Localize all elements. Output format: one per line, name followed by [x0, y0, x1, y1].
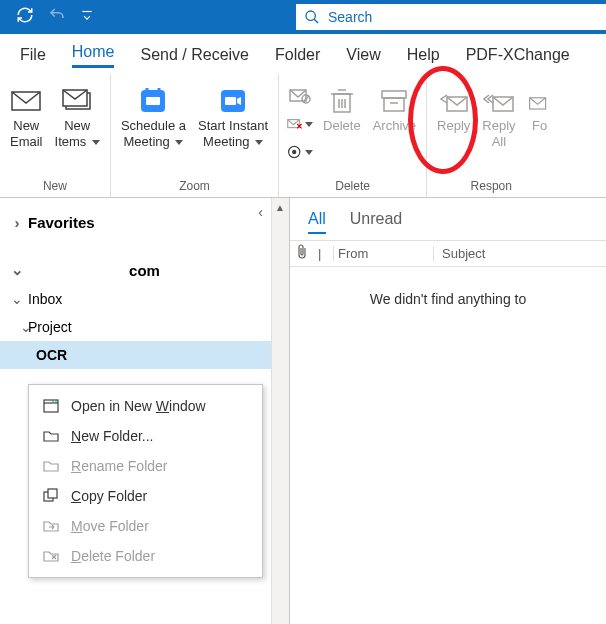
ctx-copy-folder[interactable]: Copy Folder — [29, 481, 262, 511]
tab-sendreceive[interactable]: Send / Receive — [140, 46, 249, 68]
tab-folder[interactable]: Folder — [275, 46, 320, 68]
search-icon — [304, 9, 320, 25]
favorites-header[interactable]: ›Favorites — [0, 208, 271, 237]
svg-point-1 — [306, 11, 315, 20]
ctx-rename-folder: Rename Folder — [29, 451, 262, 481]
ribbon: New Email New Items New Schedule a Meeti… — [0, 74, 606, 198]
tab-file[interactable]: File — [20, 46, 46, 68]
svg-rect-7 — [146, 97, 160, 105]
filter-all[interactable]: All — [308, 210, 326, 234]
svg-rect-27 — [382, 91, 406, 98]
new-email-button[interactable]: New Email — [4, 80, 49, 153]
ctx-move-folder: Move Folder — [29, 511, 262, 541]
svg-rect-38 — [48, 489, 57, 498]
tab-help[interactable]: Help — [407, 46, 440, 68]
schedule-meeting-button[interactable]: Schedule a Meeting — [115, 80, 192, 153]
ctx-open-new-window[interactable]: Open in New Window — [29, 391, 262, 421]
svg-line-2 — [314, 19, 318, 23]
ribbon-tabs: File Home Send / Receive Folder View Hel… — [0, 34, 606, 74]
reply-all-button[interactable]: Reply All — [476, 80, 521, 153]
tab-view[interactable]: View — [346, 46, 380, 68]
ribbon-group-respond: Respon — [471, 177, 512, 195]
qat-customize-icon[interactable] — [80, 8, 94, 26]
sync-icon[interactable] — [16, 6, 34, 28]
message-list-pane: All Unread | From Subject We didn't find… — [290, 198, 606, 624]
tab-pdfxchange[interactable]: PDF-XChange — [466, 46, 570, 68]
window-icon — [41, 399, 61, 413]
cleanup-button[interactable] — [287, 112, 313, 136]
folder-project[interactable]: ⌄Project — [0, 313, 271, 341]
undo-icon[interactable] — [48, 6, 66, 28]
move-icon — [41, 519, 61, 533]
filter-unread[interactable]: Unread — [350, 210, 402, 234]
copy-icon — [41, 488, 61, 504]
column-headers: | From Subject — [290, 241, 606, 267]
reply-button[interactable]: Reply — [431, 80, 476, 138]
tab-home[interactable]: Home — [72, 43, 115, 68]
folder-icon — [41, 429, 61, 443]
ctx-delete-folder: Delete Folder — [29, 541, 262, 571]
delete-folder-icon — [41, 549, 61, 563]
folder-ocr[interactable]: OCR — [0, 341, 271, 369]
start-instant-meeting-button[interactable]: Start Instant Meeting — [192, 80, 274, 153]
account-header[interactable]: ⌄com — [0, 255, 271, 285]
ribbon-group-new: New — [43, 177, 67, 195]
svg-rect-11 — [225, 97, 236, 105]
ignore-button[interactable] — [287, 84, 313, 108]
nav-scrollbar[interactable]: ▲ — [271, 198, 289, 624]
svg-rect-28 — [384, 98, 404, 111]
ribbon-group-delete: Delete — [335, 177, 370, 195]
empty-message: We didn't find anything to — [290, 267, 606, 307]
junk-button[interactable] — [287, 140, 313, 164]
col-subject[interactable]: Subject — [434, 246, 606, 261]
svg-point-20 — [293, 150, 296, 153]
titlebar — [0, 0, 606, 34]
search-input[interactable] — [328, 9, 598, 25]
ribbon-group-zoom: Zoom — [179, 177, 210, 195]
ctx-new-folder[interactable]: New Folder... — [29, 421, 262, 451]
new-items-button[interactable]: New Items — [49, 80, 106, 153]
forward-button[interactable]: Fo — [522, 80, 552, 138]
folder-inbox[interactable]: ⌄Inbox — [0, 285, 271, 313]
search-box[interactable] — [296, 4, 606, 30]
attachment-icon[interactable] — [290, 244, 312, 263]
folder-pane: ‹ ›Favorites ⌄com ⌄Inbox ⌄Project OCR — [0, 198, 290, 624]
collapse-pane-icon[interactable]: ‹ — [258, 204, 263, 220]
rename-icon — [41, 459, 61, 473]
archive-button[interactable]: Archive — [367, 80, 422, 138]
folder-context-menu: Open in New Window New Folder... Rename … — [28, 384, 263, 578]
col-icon[interactable]: | — [312, 246, 334, 261]
delete-button[interactable]: Delete — [317, 80, 367, 138]
col-from[interactable]: From — [334, 246, 434, 261]
